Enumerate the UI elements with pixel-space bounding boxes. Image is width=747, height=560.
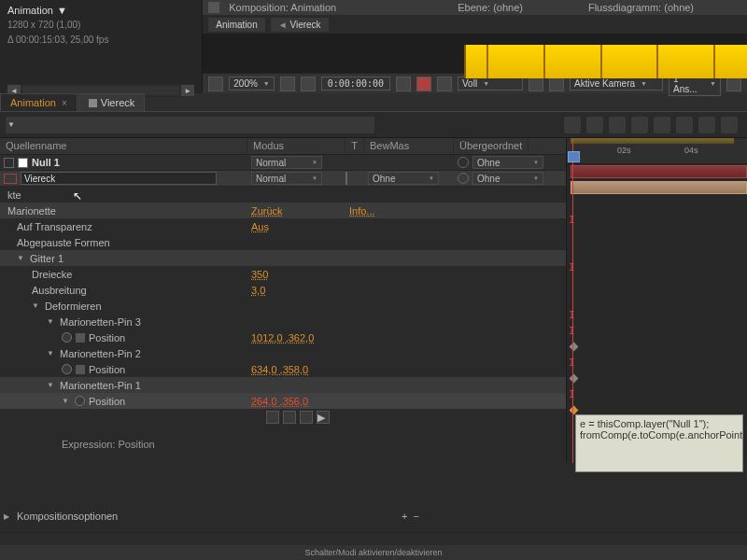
column-t[interactable]: T [345, 138, 364, 154]
trackmatte-box[interactable] [345, 172, 347, 185]
toolbar-icon-1[interactable] [564, 117, 581, 133]
close-icon[interactable]: × [62, 98, 67, 108]
timeline-tab-viereck[interactable]: Viereck [78, 93, 145, 111]
layer-bar-null1[interactable] [571, 165, 747, 178]
parent-dropdown[interactable]: Ohne [472, 172, 543, 185]
column-name[interactable]: Quellenname [0, 138, 247, 154]
time-ruler[interactable]: 02s 04s [567, 138, 747, 164]
comp-icon [208, 2, 219, 13]
parent-dropdown[interactable]: Ohne [472, 156, 543, 169]
comp-tab-animation[interactable]: Animation [208, 18, 264, 32]
prop-pin2[interactable]: ▼Marionetten-Pin 2 [0, 348, 247, 359]
toolbar-icon-5[interactable] [654, 117, 670, 133]
toolbar-icon-8[interactable] [721, 117, 738, 133]
comp-header-fluss: Flussdiagramm: (ohne) [588, 2, 694, 13]
column-parent[interactable]: Übergeordnet [454, 138, 529, 154]
toolbar-icon-4[interactable] [631, 117, 648, 133]
pin2-pos-value[interactable]: 634,0 ,358,0 [251, 364, 308, 375]
prop-aus-value[interactable]: Aus [251, 221, 269, 232]
expression-editor[interactable]: e = thisComp.layer("Null 1"); fromComp(e… [575, 414, 743, 472]
color-label-icon[interactable] [4, 158, 14, 168]
pickwhip-icon[interactable] [458, 173, 469, 184]
keyframe-nav-icon[interactable] [76, 365, 85, 374]
expr-pickwhip-icon[interactable] [300, 411, 313, 424]
komp-optionen[interactable]: Kompositionsoptionen [9, 511, 118, 522]
layer-name-input[interactable] [21, 172, 217, 185]
twirl-icon[interactable]: ▼ [47, 317, 56, 326]
stopwatch-icon[interactable] [75, 396, 85, 406]
camera-dropdown[interactable]: Aktive Kamera [570, 77, 663, 91]
keyframe-diamond[interactable] [570, 343, 579, 352]
mode-dropdown[interactable]: Normal [251, 172, 322, 185]
plus-button[interactable]: + [402, 511, 407, 522]
keyframe-diamond[interactable] [570, 406, 579, 415]
layer-row-viereck[interactable]: Normal Ohne Ohne [0, 171, 566, 187]
column-mode[interactable]: Modus [247, 138, 345, 154]
timeline-tab-animation[interactable]: Animation× [0, 93, 78, 111]
layer-bar-viereck[interactable] [571, 181, 747, 194]
toolbar-icon-6[interactable] [676, 117, 693, 133]
stopwatch-icon[interactable] [62, 332, 72, 343]
twirl-icon[interactable]: ▼ [32, 301, 41, 310]
comp-viewport[interactable] [203, 34, 747, 73]
toolbar-icon-3[interactable] [609, 117, 626, 133]
prop-transparenz[interactable]: Auf Transparenz [0, 221, 247, 232]
timecode-display[interactable]: 0:00:00:00 [321, 77, 390, 91]
color-label-icon[interactable] [4, 174, 17, 184]
comp-header-komposition: Komposition: Animation [229, 2, 336, 13]
ausbreitung-value[interactable]: 3,0 [251, 285, 265, 296]
resolution-dropdown[interactable]: Voll [458, 77, 523, 91]
mode-dropdown[interactable]: Normal [251, 156, 322, 169]
prop-pin3-position[interactable]: Position [0, 332, 247, 343]
twirl-icon[interactable]: ▼ [17, 254, 26, 262]
prop-zurueck-link[interactable]: Zurück [251, 205, 283, 217]
zoom-dropdown[interactable]: 200% [229, 77, 275, 91]
snapshot-icon[interactable] [396, 77, 411, 91]
project-title[interactable]: Animation▼ [7, 4, 194, 17]
stopwatch-icon[interactable] [62, 364, 72, 374]
minus-button[interactable]: − [413, 511, 418, 522]
grid-icon[interactable] [280, 77, 295, 91]
expr-enable-icon[interactable] [266, 411, 279, 424]
column-bewmas[interactable]: BewMas [364, 138, 454, 154]
channel-icon[interactable] [416, 77, 431, 91]
scroll-right-button[interactable]: ► [181, 85, 194, 96]
status-bar[interactable]: Schalter/Modi aktivieren/deaktivieren [0, 545, 747, 560]
color-icon[interactable] [437, 77, 452, 91]
layer-type-icon [18, 158, 28, 168]
prop-abgepauste[interactable]: Abgepauste Formen [0, 237, 247, 248]
dreiecke-value[interactable]: 350 [251, 269, 268, 280]
toolbar-icon-7[interactable] [698, 117, 715, 133]
comp-tab-viereck[interactable]: Viereck [271, 18, 329, 32]
prop-marionette[interactable]: Marionette [0, 205, 247, 217]
toolbar-icon-2[interactable] [586, 117, 603, 133]
prop-dreiecke[interactable]: Dreiecke [0, 269, 247, 280]
twirl-icon[interactable]: ▶ [0, 512, 9, 521]
prop-gitter[interactable]: ▼Gitter 1 [0, 253, 247, 264]
keyframe-diamond[interactable] [570, 374, 579, 384]
expr-graph-icon[interactable] [283, 411, 296, 424]
expression-line: e = thisComp.layer("Null 1"); [580, 418, 739, 429]
pin3-pos-value[interactable]: 1012,0 ,362,0 [251, 332, 314, 343]
playhead[interactable] [572, 138, 573, 463]
expr-menu-icon[interactable]: ▶ [317, 411, 330, 424]
keyframe-nav-icon[interactable] [76, 333, 85, 343]
search-field[interactable]: ▼ [6, 117, 374, 133]
prop-pin1-position[interactable]: ▼Position [0, 396, 247, 407]
twirl-icon[interactable]: ▼ [47, 349, 56, 357]
prop-pin2-position[interactable]: Position [0, 364, 247, 375]
bottom-scrollbar[interactable] [0, 532, 747, 545]
pin1-pos-value[interactable]: 264,0 ,356,0 [251, 396, 308, 407]
prop-ausbreitung[interactable]: Ausbreitung [0, 285, 247, 296]
layer-row-null1[interactable]: Null 1 Normal Ohne [0, 155, 566, 171]
prop-info-link[interactable]: Info... [349, 205, 375, 217]
mask-icon[interactable] [301, 77, 316, 91]
twirl-icon[interactable]: ▼ [47, 381, 56, 389]
prop-pin3[interactable]: ▼Marionetten-Pin 3 [0, 316, 247, 328]
bewmas-dropdown[interactable]: Ohne [368, 172, 439, 185]
magnify-icon[interactable] [208, 77, 223, 91]
prop-pin1[interactable]: ▼Marionetten-Pin 1 [0, 380, 247, 391]
pickwhip-icon[interactable] [458, 157, 469, 168]
prop-deformieren[interactable]: ▼Deformieren [0, 301, 247, 312]
twirl-icon[interactable]: ▼ [62, 397, 71, 405]
